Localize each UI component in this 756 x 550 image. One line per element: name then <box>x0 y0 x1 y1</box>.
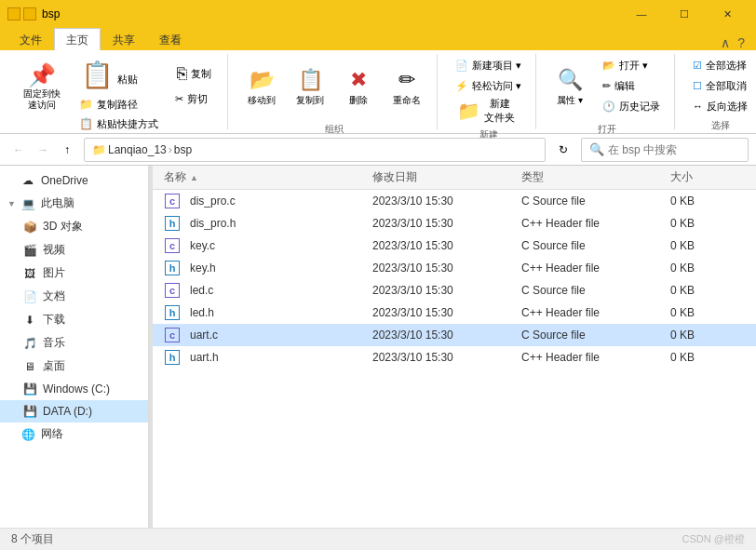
search-input[interactable] <box>608 143 748 156</box>
address-bar[interactable]: 📁 Lanqiao_13 › bsp <box>84 138 546 162</box>
tab-share[interactable]: 共享 <box>101 28 147 50</box>
pin-icon: 📌 <box>28 64 56 87</box>
file-list: 名称 ▲ 修改日期 类型 大小 c dis_pro.c 2023/3/10 15… <box>153 166 756 528</box>
watermark: CSDN @橙橙 <box>682 532 745 546</box>
cut-button[interactable]: ✂ 剪切 <box>169 89 220 108</box>
table-row[interactable]: c key.c 2023/3/10 15:30 C Source file 0 … <box>153 235 756 257</box>
table-row[interactable]: h dis_pro.h 2023/3/10 15:30 C++ Header f… <box>153 212 756 235</box>
file-size: 0 KB <box>670 217 745 230</box>
downloads-icon: ⬇ <box>22 313 37 328</box>
paste-button[interactable]: 📋 粘贴 <box>73 56 165 93</box>
file-name-col: c uart.c <box>164 327 372 343</box>
copy-button[interactable]: ⎘ 复制 <box>169 60 220 87</box>
open-button[interactable]: 📂 打开 ▾ <box>596 56 667 74</box>
title-controls: — ☐ ✕ <box>620 0 749 28</box>
onedrive-icon: ☁ <box>20 173 35 188</box>
file-type-icon: h <box>164 304 181 321</box>
table-row[interactable]: h led.h 2023/3/10 15:30 C++ Header file … <box>153 302 756 324</box>
clipboard-content: 📌 固定到快速访问 📋 粘贴 📁 复制路径 📋 粘贴快捷方式 <box>15 56 220 135</box>
file-size: 0 KB <box>670 306 745 319</box>
easy-access-button[interactable]: ⚡ 轻松访问 ▾ <box>449 76 528 95</box>
file-type: C++ Header file <box>521 262 670 275</box>
h-icon: h <box>165 305 180 320</box>
table-row[interactable]: c dis_pro.c 2023/3/10 15:30 C Source fil… <box>153 190 756 212</box>
properties-button[interactable]: 🔍 属性 ▾ <box>547 56 592 119</box>
c-icon: c <box>165 238 180 253</box>
invert-select-button[interactable]: ↔ 反向选择 <box>686 97 754 115</box>
breadcrumb-sep: › <box>169 143 172 156</box>
search-bar[interactable]: 🔍 <box>581 138 749 162</box>
paste-shortcut-button[interactable]: 📋 粘贴快捷方式 <box>73 114 165 133</box>
file-date: 2023/3/10 15:30 <box>372 195 521 208</box>
file-type-icon: c <box>164 282 181 299</box>
network-icon: 🌐 <box>20 427 35 442</box>
move-to-button[interactable]: 📂 移动到 <box>239 56 284 119</box>
table-row[interactable]: c led.c 2023/3/10 15:30 C Source file 0 … <box>153 279 756 302</box>
history-button[interactable]: 🕐 历史记录 <box>596 97 667 115</box>
col-header-date[interactable]: 修改日期 <box>372 169 521 185</box>
select-content: ☑ 全部选择 ☐ 全部取消 ↔ 反向选择 <box>686 56 754 115</box>
ddrive-icon: 💾 <box>22 404 37 419</box>
col-header-name[interactable]: 名称 ▲ <box>164 169 372 185</box>
ribbon-collapse-icon[interactable]: ∧ <box>717 35 734 50</box>
sidebar-item-music[interactable]: 🎵 音乐 <box>0 331 148 355</box>
select-all-button[interactable]: ☑ 全部选择 <box>686 56 753 74</box>
tab-view[interactable]: 查看 <box>147 28 194 50</box>
sidebar-item-c-drive[interactable]: 💾 Windows (C:) <box>0 378 148 400</box>
file-name: uart.c <box>190 329 218 342</box>
expand-icon: ▼ <box>7 199 15 208</box>
edit-button[interactable]: ✏ 编辑 <box>596 76 667 95</box>
ribbon: 📌 固定到快速访问 📋 粘贴 📁 复制路径 📋 粘贴快捷方式 <box>0 50 756 134</box>
deselectall-icon: ☐ <box>693 80 702 92</box>
title-square-1 <box>7 7 20 20</box>
3dobjects-icon: 📦 <box>22 220 37 235</box>
rename-button[interactable]: ✏ 重命名 <box>385 56 429 119</box>
new-item-button[interactable]: 📄 新建项目 ▾ <box>449 56 528 74</box>
table-row[interactable]: h key.h 2023/3/10 15:30 C++ Header file … <box>153 257 756 279</box>
forward-button[interactable]: → <box>32 139 54 161</box>
title-square-2 <box>23 7 36 20</box>
deselect-all-button[interactable]: ☐ 全部取消 <box>686 76 753 95</box>
ribbon-group-clipboard: 📌 固定到快速访问 📋 粘贴 📁 复制路径 📋 粘贴快捷方式 <box>7 54 228 129</box>
file-type: C Source file <box>521 284 670 297</box>
maximize-button[interactable]: ☐ <box>663 0 706 28</box>
ribbon-group-open: 🔍 属性 ▾ 📂 打开 ▾ ✏ 编辑 🕐 历史记录 打开 <box>540 54 675 129</box>
sidebar-item-desktop[interactable]: 🖥 桌面 <box>0 355 148 378</box>
file-date: 2023/3/10 15:30 <box>372 329 521 342</box>
col-header-type[interactable]: 类型 <box>521 169 670 185</box>
paste-icon: 📋 <box>81 62 114 88</box>
refresh-button[interactable]: ↻ <box>551 138 575 162</box>
pin-to-quickaccess-button[interactable]: 📌 固定到快速访问 <box>15 56 69 119</box>
help-icon[interactable]: ? <box>734 35 749 50</box>
col-header-size[interactable]: 大小 <box>670 169 745 185</box>
copy-path-button[interactable]: 📁 复制路径 <box>73 95 165 114</box>
sidebar-item-docs[interactable]: 📄 文档 <box>0 285 148 308</box>
tab-file[interactable]: 文件 <box>7 28 54 50</box>
sidebar-item-d-drive[interactable]: 💾 DATA (D:) <box>0 400 148 423</box>
sidebar-item-pictures[interactable]: 🖼 图片 <box>0 262 148 285</box>
tab-home[interactable]: 主页 <box>54 28 101 50</box>
close-button[interactable]: ✕ <box>706 0 749 28</box>
newfolder-icon: 📁 <box>457 100 480 122</box>
file-date: 2023/3/10 15:30 <box>372 306 521 319</box>
minimize-button[interactable]: — <box>620 0 663 28</box>
sidebar-item-3dobjects[interactable]: 📦 3D 对象 <box>0 215 148 238</box>
back-button[interactable]: ← <box>7 139 30 161</box>
search-icon: 🔍 <box>589 142 604 156</box>
file-name: key.c <box>190 239 215 252</box>
file-type-icon: c <box>164 193 181 209</box>
sidebar-item-videos[interactable]: 🎬 视频 <box>0 238 148 262</box>
copy-to-button[interactable]: 📋 复制到 <box>288 56 332 119</box>
c-icon: c <box>165 194 180 208</box>
sidebar-item-network[interactable]: 🌐 网络 <box>0 423 148 446</box>
table-row[interactable]: c uart.c 2023/3/10 15:30 C Source file 0… <box>153 324 756 346</box>
new-folder-button[interactable]: 📁 新建文件夹 <box>449 97 523 125</box>
sidebar-item-thispc[interactable]: ▼ 💻 此电脑 <box>0 192 148 215</box>
delete-icon: ✖ <box>350 68 367 92</box>
sidebar-item-onedrive[interactable]: ☁ OneDrive <box>0 169 148 192</box>
up-button[interactable]: ↑ <box>56 139 78 161</box>
delete-button[interactable]: ✖ 删除 <box>336 56 381 119</box>
table-row[interactable]: h uart.h 2023/3/10 15:30 C++ Header file… <box>153 346 756 369</box>
sidebar-item-downloads[interactable]: ⬇ 下载 <box>0 308 148 331</box>
file-type: C Source file <box>521 239 670 252</box>
